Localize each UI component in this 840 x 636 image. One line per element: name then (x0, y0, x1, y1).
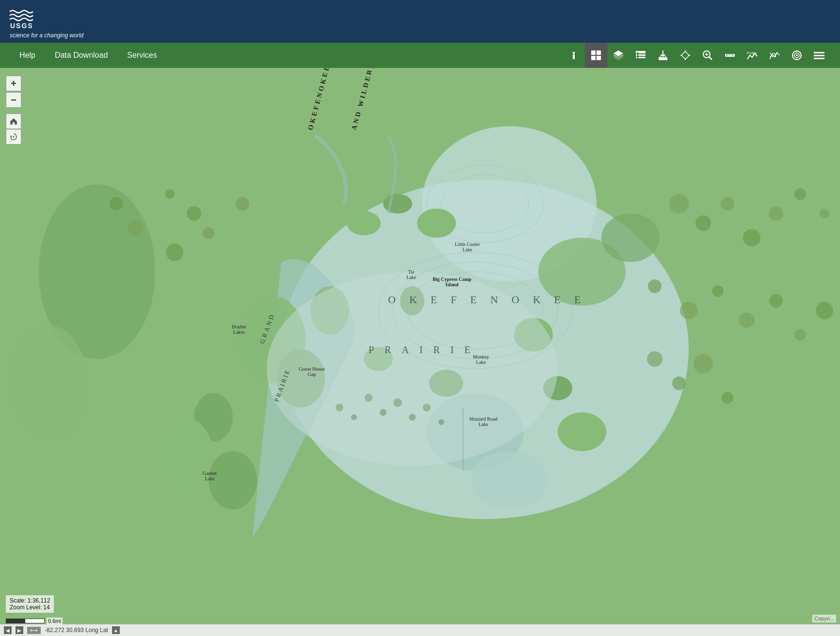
navbar: Help Data Download Services (0, 43, 840, 68)
search-icon (702, 49, 713, 61)
target-button[interactable] (786, 43, 808, 68)
svg-rect-12 (638, 52, 646, 53)
svg-point-105 (336, 404, 343, 411)
search-button[interactable] (696, 43, 719, 68)
svg-point-67 (347, 211, 381, 235)
svg-point-94 (648, 279, 662, 293)
logo-area: USGS science for a changing world (8, 4, 83, 39)
list-icon (635, 49, 646, 61)
coordinate-bar: ◀ ▶ ⟷ -82.272 30.693 Long Lat ▲ (0, 624, 840, 636)
svg-rect-4 (591, 50, 596, 55)
rotate-button[interactable] (6, 129, 21, 145)
svg-rect-23 (725, 54, 735, 57)
svg-rect-2 (573, 54, 575, 59)
logo-tagline: science for a changing world (8, 32, 83, 39)
svg-rect-7 (597, 56, 601, 60)
svg-rect-37 (814, 52, 824, 53)
target-icon (791, 49, 803, 61)
svg-point-59 (10, 325, 87, 441)
svg-point-109 (393, 398, 402, 407)
measure-icon (724, 49, 736, 61)
svg-point-66 (470, 451, 548, 509)
zoom-in-button[interactable]: + (6, 76, 21, 91)
svg-point-77 (155, 417, 213, 495)
list-button[interactable] (630, 43, 652, 68)
svg-rect-14 (638, 54, 646, 56)
zoom-level-text: Zoom Level: 14 (10, 604, 50, 611)
svg-rect-38 (814, 55, 824, 56)
coord-right-arrow[interactable]: ▶ (16, 626, 23, 634)
scale-bar-label: 0.6mi (47, 618, 63, 624)
home-button[interactable] (6, 114, 21, 129)
map-svg (0, 68, 840, 636)
coord-expand-arrow[interactable]: ▲ (112, 626, 120, 634)
scale-info: Scale: 1:36,112 Zoom Level: 14 (6, 595, 54, 613)
map-container[interactable]: OKEFENOKEE NATIONAL AND WILDERNESS OKEFE… (0, 68, 840, 636)
svg-rect-17 (636, 51, 646, 52)
svg-point-85 (128, 220, 144, 236)
scale-bar (6, 619, 45, 623)
svg-rect-3 (573, 52, 575, 54)
coord-left-arrow[interactable]: ◀ (4, 626, 12, 634)
nav-services[interactable]: Services (117, 47, 166, 64)
svg-point-100 (816, 302, 833, 319)
svg-point-120 (13, 136, 15, 138)
toolbar: Profile XY (563, 43, 830, 68)
svg-text:USGS: USGS (10, 22, 33, 30)
svg-point-83 (236, 197, 249, 211)
usgs-waves-icon: USGS (8, 4, 35, 31)
coordinate-toggle[interactable]: ⟷ (27, 627, 41, 634)
home-icon (9, 117, 18, 126)
svg-point-103 (694, 354, 713, 374)
more-button[interactable] (808, 43, 830, 68)
svg-point-86 (110, 197, 123, 211)
svg-point-90 (743, 229, 760, 246)
svg-point-93 (820, 209, 829, 218)
measure-button[interactable] (719, 43, 741, 68)
download-icon (657, 49, 669, 61)
svg-point-32 (796, 54, 798, 56)
svg-rect-5 (597, 50, 601, 55)
usgs-logo: USGS science for a changing world (8, 4, 83, 39)
svg-point-79 (267, 272, 558, 466)
scale-text: Scale: 1:36,112 (10, 597, 50, 604)
layers-button[interactable] (607, 43, 630, 68)
zoom-out-button[interactable]: − (6, 92, 21, 108)
svg-rect-39 (814, 58, 824, 59)
rotate-icon (9, 132, 18, 141)
nav-data-download[interactable]: Data Download (45, 47, 117, 64)
xy-button[interactable]: XY (763, 43, 786, 68)
svg-point-84 (165, 189, 175, 199)
svg-point-81 (203, 227, 214, 239)
svg-point-108 (380, 409, 387, 416)
profile-icon: Profile (746, 49, 758, 61)
svg-point-95 (680, 302, 697, 319)
zoom-controls: + − (6, 76, 21, 108)
copyright-text: Copyri... (812, 615, 836, 622)
svg-rect-16 (638, 57, 646, 58)
svg-rect-11 (636, 52, 637, 53)
svg-point-80 (187, 206, 201, 221)
svg-point-111 (423, 404, 431, 411)
svg-point-112 (438, 419, 444, 425)
svg-point-75 (558, 412, 606, 451)
svg-rect-6 (591, 56, 596, 60)
header: USGS science for a changing world (0, 0, 840, 43)
profile-button[interactable]: Profile (741, 43, 763, 68)
download-button[interactable] (652, 43, 674, 68)
svg-point-69 (417, 209, 456, 238)
svg-rect-13 (636, 54, 637, 56)
svg-rect-15 (636, 57, 637, 58)
nav-help[interactable]: Help (10, 47, 45, 64)
scale-bar-container: 0.6mi (6, 618, 63, 624)
grid-button[interactable] (585, 43, 607, 68)
svg-point-101 (647, 351, 662, 367)
svg-point-99 (794, 329, 806, 341)
crosshair-icon (679, 49, 691, 61)
svg-point-110 (409, 414, 416, 421)
info-icon (568, 49, 580, 61)
grid-icon (590, 49, 602, 61)
info-button[interactable] (563, 43, 585, 68)
more-icon (813, 49, 825, 61)
crosshair-button[interactable] (674, 43, 696, 68)
